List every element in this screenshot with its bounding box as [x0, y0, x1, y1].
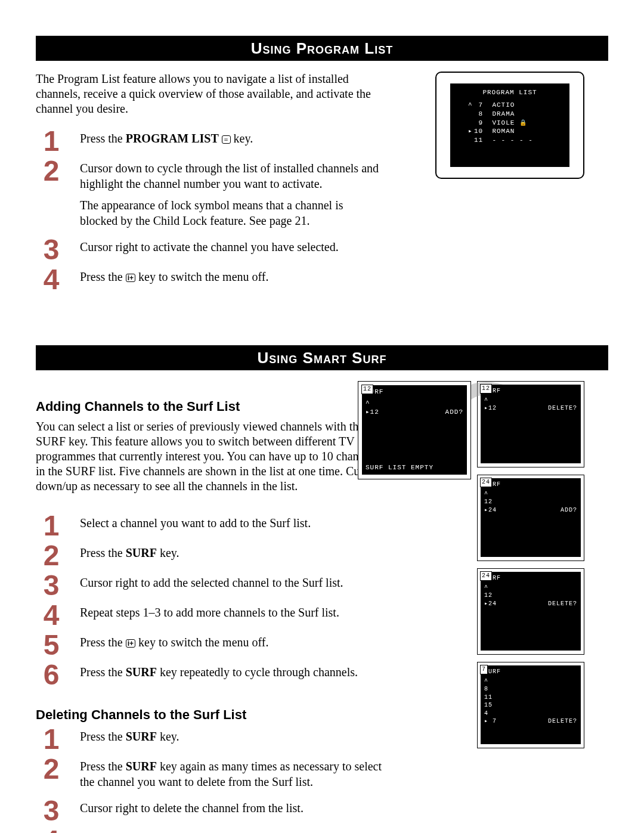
step-text: Press the i+ key to switch the menu off.: [80, 634, 269, 650]
step-text: Select a channel you want to add to the …: [80, 515, 311, 531]
step-number: 4: [36, 265, 67, 294]
surf-screen: 7 SURF ^ 8 11 15 4 ▸ 7DELETE?: [477, 662, 584, 748]
step-number: 2: [36, 157, 67, 185]
step-number: 3: [36, 236, 67, 264]
step-text: Press the i+ key to switch the menu off.: [80, 269, 269, 284]
section1-intro: The Program List feature allows you to n…: [36, 72, 382, 116]
step-number: 2: [36, 755, 67, 784]
step-number: 1: [36, 512, 67, 540]
surf-screen: 12 SURF ^ ▸12DELETE?: [477, 381, 584, 467]
step-extra: The appearance of lock symbol means that…: [80, 197, 382, 228]
step-text: Cursor down to cycle through the list of…: [80, 160, 382, 191]
subheading-delete: Deleting Channels to the Surf List: [36, 707, 388, 723]
lock-icon: 🔒: [519, 119, 527, 128]
surf-screen: 24 SURF ^ 12 ▸24ADD?: [477, 475, 584, 561]
step-number: 4: [36, 601, 67, 630]
step-row: 1 Press the PROGRAM LIST ≡ key.: [36, 129, 382, 156]
step-row: 3 Cursor right to activate the channel y…: [36, 238, 382, 264]
step-row: 5 Press the i+ key to switch the menu of…: [36, 633, 388, 659]
step-row: 2 Cursor down to cycle through the list …: [36, 159, 382, 234]
step-number: 2: [36, 541, 67, 570]
info-icon: i+: [126, 274, 135, 282]
subheading-add: Adding Channels to the Surf List: [36, 399, 388, 414]
step-number: 1: [36, 127, 67, 156]
step-row: 4 Press the i+ key to switch the menu of…: [36, 268, 382, 294]
step-row: 2 Press the SURF key again as many times…: [36, 757, 388, 795]
step-number: 3: [36, 571, 67, 600]
banner-smart-surf: Using Smart Surf: [36, 345, 608, 370]
banner-program-list: Using Program List: [36, 36, 608, 61]
step-text: Press the SURF key.: [80, 545, 179, 561]
tv-screen: PROGRAM LIST ^ 7 ACTIO 8 DRAMA 9 VIOLE 🔒…: [450, 83, 569, 167]
step-text: Cursor right to activate the channel you…: [80, 239, 339, 255]
step-text: Cursor right to add the selected channel…: [80, 575, 343, 590]
step-row: 6 Press the SURF key repeatedly to cycle…: [36, 663, 388, 689]
step-row: 3 Cursor right to add the selected chann…: [36, 574, 388, 600]
step-text: Cursor right to delete the channel from …: [80, 800, 304, 816]
section1-content: The Program List feature allows you to n…: [36, 72, 608, 298]
step-row: 4 To delete more channels, repeat the st…: [36, 829, 388, 833]
step-number: 3: [36, 797, 67, 825]
step-number: 4: [36, 826, 67, 833]
step-number: 1: [36, 725, 67, 754]
surf-illustrations: 12 SURF ^ ▸12ADD? SURF LIST EMPTY 12 SUR…: [358, 381, 608, 755]
tv-illustration: PROGRAM LIST ^ 7 ACTIO 8 DRAMA 9 VIOLE 🔒…: [405, 72, 608, 179]
list-icon: ≡: [222, 135, 231, 144]
step-row: 1 Select a channel you want to add to th…: [36, 514, 388, 540]
section2-intro: You can select a list or series of previ…: [36, 419, 388, 494]
step-number: 5: [36, 631, 67, 659]
surf-screen: 24 SURF ^ 12 ▸24DELETE?: [477, 568, 584, 655]
step-text: Repeat steps 1–3 to add more channels to…: [80, 605, 339, 620]
step-row: 4 Repeat steps 1–3 to add more channels …: [36, 603, 388, 630]
surf-screen-main: 12 SURF ^ ▸12ADD? SURF LIST EMPTY: [358, 381, 471, 479]
step-text: Press the SURF key.: [80, 729, 179, 744]
step-row: 1 Press the SURF key.: [36, 727, 388, 754]
step-row: 3 Cursor right to delete the channel fro…: [36, 799, 388, 825]
step-row: 2 Press the SURF key.: [36, 544, 388, 570]
step-text: Press the PROGRAM LIST ≡ key.: [80, 131, 253, 146]
step-number: 6: [36, 661, 67, 689]
step-text: Press the SURF key repeatedly to cycle t…: [80, 664, 358, 680]
section2-content: Adding Channels to the Surf List You can…: [36, 381, 608, 833]
info-icon: i+: [126, 639, 135, 648]
step-text: Press the SURF key again as many times a…: [80, 758, 388, 789]
step-text: To delete more channels, repeat the step…: [80, 830, 310, 833]
